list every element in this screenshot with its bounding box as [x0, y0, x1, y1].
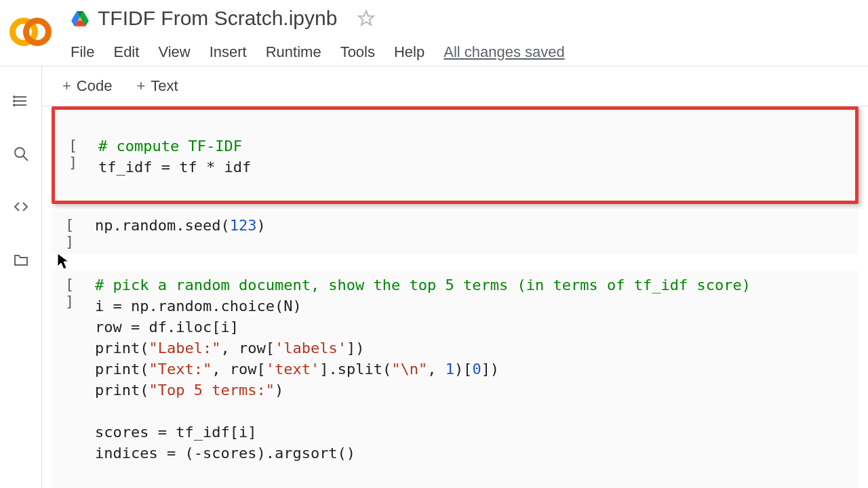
toc-icon[interactable]: [12, 92, 30, 110]
code-content[interactable]: np.random.seed(123): [95, 215, 266, 236]
add-code-label: Code: [77, 77, 113, 95]
menu-file[interactable]: File: [71, 43, 94, 61]
menu-help[interactable]: Help: [394, 43, 425, 61]
code-cell[interactable]: [ ] np.random.seed(123): [52, 211, 859, 254]
drive-icon: [71, 9, 90, 28]
left-sidebar: [0, 66, 42, 488]
code-cell[interactable]: [ ] # pick a random document, show the t…: [52, 270, 859, 488]
header: TFIDF From Scratch.ipynb File Edit View …: [0, 0, 868, 66]
svg-point-10: [14, 100, 15, 102]
insert-toolbar: + Code + Text: [42, 66, 868, 106]
star-icon[interactable]: [357, 9, 375, 27]
code-content[interactable]: # compute TF-IDF tf_idf = tf * idf: [98, 136, 251, 178]
svg-point-9: [14, 96, 15, 98]
svg-line-13: [23, 156, 28, 161]
main-area: + Code + Text [ ] # compute TF-IDF tf_id…: [42, 66, 868, 488]
svg-point-12: [15, 148, 24, 157]
search-icon[interactable]: [12, 145, 30, 163]
document-title[interactable]: TFIDF From Scratch.ipynb: [98, 7, 337, 30]
plus-icon: +: [136, 77, 145, 95]
svg-marker-5: [359, 11, 374, 25]
run-button[interactable]: [ ]: [65, 274, 95, 310]
add-text-label: Text: [151, 77, 178, 95]
add-code-button[interactable]: + Code: [62, 77, 112, 95]
code-cell[interactable]: [ ] # compute TF-IDF tf_idf = tf * idf: [52, 106, 859, 204]
code-content[interactable]: # pick a random document, show the top 5…: [95, 274, 751, 488]
menu-bar: File Edit View Insert Runtime Tools Help…: [71, 43, 868, 61]
colab-logo: [11, 14, 52, 54]
add-text-button[interactable]: + Text: [136, 77, 178, 95]
menu-view[interactable]: View: [158, 43, 190, 61]
run-button[interactable]: [ ]: [65, 215, 95, 250]
menu-tools[interactable]: Tools: [340, 43, 375, 61]
menu-runtime[interactable]: Runtime: [266, 43, 321, 61]
svg-point-11: [14, 104, 15, 106]
run-button[interactable]: [ ]: [68, 136, 98, 171]
notebook: [ ] # compute TF-IDF tf_idf = tf * idf […: [42, 106, 868, 488]
plus-icon: +: [62, 77, 71, 95]
save-status[interactable]: All changes saved: [443, 43, 565, 61]
menu-edit[interactable]: Edit: [113, 43, 139, 61]
code-snippets-icon[interactable]: [12, 198, 30, 216]
menu-insert[interactable]: Insert: [210, 43, 247, 61]
files-icon[interactable]: [12, 251, 30, 268]
